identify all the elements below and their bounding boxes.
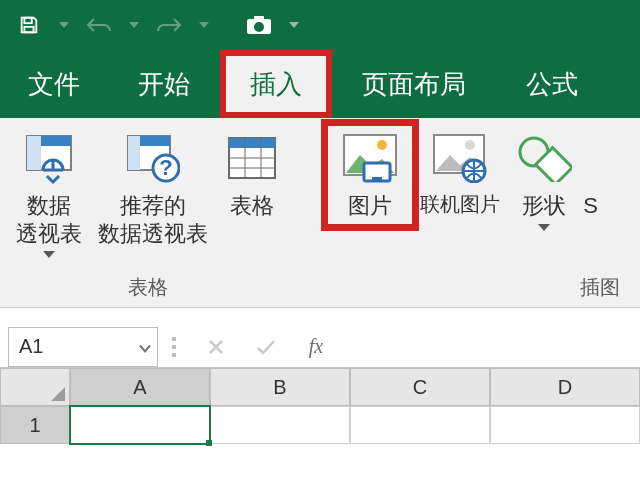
chevron-down-icon bbox=[538, 224, 550, 231]
table-button[interactable]: 表格 bbox=[216, 126, 288, 224]
tab-page-layout[interactable]: 页面布局 bbox=[332, 50, 496, 118]
column-header-A[interactable]: A bbox=[70, 368, 210, 406]
svg-rect-3 bbox=[254, 16, 264, 21]
svg-point-24 bbox=[465, 140, 475, 150]
table-label: 表格 bbox=[230, 192, 274, 220]
pivot-table-button[interactable]: 数据 透视表 bbox=[8, 126, 90, 262]
group-tables: 数据 透视表 ? 推荐的 数据透视表 表格 表格 bbox=[0, 118, 296, 307]
ribbon-tabs: 文件 开始 插入 页面布局 公式 bbox=[0, 50, 640, 118]
cell-D1[interactable] bbox=[490, 406, 640, 444]
formula-bar: A1 fx bbox=[0, 308, 640, 368]
tab-formulas[interactable]: 公式 bbox=[496, 50, 608, 118]
shapes-button[interactable]: 形状 bbox=[508, 126, 580, 235]
svg-rect-0 bbox=[24, 18, 31, 24]
svg-rect-10 bbox=[128, 136, 140, 170]
undo-dropdown-icon[interactable] bbox=[124, 8, 144, 42]
svg-rect-1 bbox=[24, 27, 33, 33]
svg-rect-27 bbox=[535, 148, 571, 182]
svg-text:?: ? bbox=[159, 155, 172, 180]
svg-rect-7 bbox=[27, 136, 41, 170]
svg-point-20 bbox=[377, 140, 387, 150]
cell-C1[interactable] bbox=[350, 406, 490, 444]
quick-access-toolbar bbox=[0, 0, 640, 50]
column-header-C[interactable]: C bbox=[350, 368, 490, 406]
tab-file[interactable]: 文件 bbox=[0, 50, 108, 118]
column-header-B[interactable]: B bbox=[210, 368, 350, 406]
undo-icon[interactable] bbox=[82, 8, 116, 42]
pivot-table-label: 数据 透视表 bbox=[16, 192, 82, 247]
shapes-icon bbox=[516, 130, 572, 186]
chevron-down-icon bbox=[43, 251, 55, 258]
group-illustrations: 图片 联机图片 形状 S 插图 bbox=[297, 118, 640, 307]
picture-button[interactable]: 图片 bbox=[328, 126, 412, 224]
column-header-D[interactable]: D bbox=[490, 368, 640, 406]
recommended-pivot-icon: ? bbox=[125, 130, 181, 186]
row-header-1[interactable]: 1 bbox=[0, 406, 70, 444]
save-dropdown-icon[interactable] bbox=[54, 8, 74, 42]
svg-rect-14 bbox=[229, 138, 275, 148]
save-icon[interactable] bbox=[12, 8, 46, 42]
qat-customize-icon[interactable] bbox=[284, 8, 304, 42]
fx-label: fx bbox=[309, 335, 323, 358]
cell-A1[interactable] bbox=[70, 406, 210, 444]
enter-button[interactable] bbox=[244, 327, 288, 367]
online-picture-icon bbox=[432, 130, 488, 186]
chevron-down-icon[interactable] bbox=[139, 335, 151, 358]
ribbon: 数据 透视表 ? 推荐的 数据透视表 表格 表格 bbox=[0, 118, 640, 308]
cancel-button[interactable] bbox=[194, 327, 238, 367]
picture-icon bbox=[342, 130, 398, 186]
online-picture-label: 联机图片 bbox=[420, 192, 500, 217]
more-button[interactable]: S bbox=[580, 126, 610, 224]
table-icon bbox=[224, 130, 280, 186]
tab-insert[interactable]: 插入 bbox=[220, 50, 332, 118]
formula-bar-area: A1 fx bbox=[0, 308, 640, 368]
pivot-table-icon bbox=[21, 130, 77, 186]
grip-icon bbox=[172, 327, 180, 367]
recommended-pivot-label: 推荐的 数据透视表 bbox=[98, 192, 208, 247]
group-tables-label: 表格 bbox=[128, 274, 168, 301]
more-icon bbox=[581, 130, 601, 186]
redo-dropdown-icon[interactable] bbox=[194, 8, 214, 42]
redo-icon[interactable] bbox=[152, 8, 186, 42]
camera-icon[interactable] bbox=[242, 8, 276, 42]
select-all-corner[interactable] bbox=[0, 368, 70, 406]
recommended-pivot-button[interactable]: ? 推荐的 数据透视表 bbox=[90, 126, 216, 251]
name-box[interactable]: A1 bbox=[8, 327, 158, 367]
fx-button[interactable]: fx bbox=[294, 327, 338, 367]
tab-home[interactable]: 开始 bbox=[108, 50, 220, 118]
name-box-value: A1 bbox=[19, 335, 43, 358]
svg-rect-22 bbox=[372, 177, 382, 181]
picture-label: 图片 bbox=[348, 192, 392, 220]
cell-B1[interactable] bbox=[210, 406, 350, 444]
shapes-label: 形状 bbox=[522, 192, 566, 220]
online-picture-button[interactable]: 联机图片 bbox=[412, 126, 508, 221]
more-label: S bbox=[583, 192, 598, 220]
svg-point-4 bbox=[254, 22, 264, 32]
group-illustrations-label: 插图 bbox=[580, 274, 620, 301]
worksheet-grid: A B C D 1 bbox=[0, 368, 640, 444]
